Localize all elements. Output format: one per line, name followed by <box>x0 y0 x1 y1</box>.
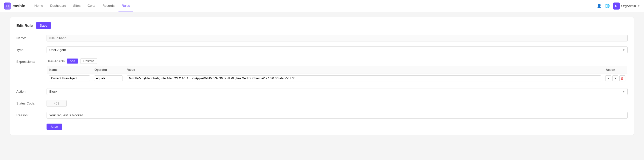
expr-value-input[interactable] <box>127 75 601 81</box>
nav-links: Home Dashboard Sites Certs Records Rules <box>31 0 597 12</box>
col-header-name: Name <box>47 66 92 74</box>
status-code-label: Status Code: <box>16 100 47 105</box>
action-row: Action: Block Allow ▼ <box>16 88 628 95</box>
expr-operator-select[interactable]: equals contains starts with <box>94 75 123 81</box>
action-label: Action: <box>16 88 47 93</box>
page-title: Edit Rule <box>16 23 33 28</box>
reason-field <box>47 112 628 119</box>
reason-row: Reason: <box>16 112 628 119</box>
type-row: Type: User-Agent IP Header ▼ <box>16 46 628 53</box>
reason-label: Reason: <box>16 112 47 117</box>
navbar-right: 👤 🌐 O OrgAdmin ▼ <box>597 3 640 10</box>
col-header-operator: Operator <box>92 66 125 74</box>
name-row: Name: <box>16 35 628 41</box>
col-header-value: Value <box>125 66 603 74</box>
table-header-row: Name Operator Value Action <box>47 66 628 74</box>
expr-action-cell: ▲ ▼ 🗑 <box>603 74 628 83</box>
expressions-wrap: User-Agents Add Restore Name Operator Va… <box>47 58 628 83</box>
type-select-wrapper: User-Agent IP Header ▼ <box>47 46 628 53</box>
page-content: Edit Rule Save Name: Type: User-Agent IP… <box>0 12 644 160</box>
name-label: Name: <box>16 35 47 40</box>
status-code-field <box>47 100 628 107</box>
save-top-button[interactable]: Save <box>36 22 51 29</box>
nav-certs[interactable]: Certs <box>85 0 98 12</box>
user-name: OrgAdmin <box>621 4 636 8</box>
expr-action-buttons: ▲ ▼ 🗑 <box>605 75 625 81</box>
status-code-input[interactable] <box>47 100 67 107</box>
navbar: C casbin Home Dashboard Sites Certs Reco… <box>0 0 644 12</box>
app-name: casbin <box>13 4 25 8</box>
expr-value-cell <box>125 74 603 83</box>
app-logo[interactable]: C casbin <box>4 3 25 10</box>
card-header: Edit Rule Save <box>16 22 628 29</box>
status-code-row: Status Code: <box>16 100 628 107</box>
people-icon[interactable]: 👤 <box>597 4 602 9</box>
move-down-button[interactable]: ▼ <box>612 75 618 81</box>
expressions-row: Expressions: User-Agents Add Restore Nam… <box>16 58 628 83</box>
table-row: Current User-Agent equals contains start… <box>47 74 628 83</box>
nav-records[interactable]: Records <box>99 0 117 12</box>
expr-operator-cell: equals contains starts with <box>92 74 125 83</box>
expr-name-cell: Current User-Agent <box>47 74 92 83</box>
expressions-label: Expressions: <box>16 58 47 64</box>
expr-sublabel: User-Agents <box>47 59 65 63</box>
action-select[interactable]: Block Allow <box>47 88 628 95</box>
type-field: User-Agent IP Header ▼ <box>47 46 628 53</box>
type-label: Type: <box>16 46 47 52</box>
nav-rules[interactable]: Rules <box>118 0 133 12</box>
reason-input[interactable] <box>47 112 628 119</box>
move-up-button[interactable]: ▲ <box>605 75 611 81</box>
expr-name-select[interactable]: Current User-Agent <box>49 75 90 81</box>
user-menu[interactable]: O OrgAdmin ▼ <box>613 3 640 10</box>
delete-expression-button[interactable]: 🗑 <box>619 75 625 81</box>
action-select-wrapper: Block Allow ▼ <box>47 88 628 95</box>
save-bottom-button[interactable]: Save <box>47 124 62 130</box>
globe-icon[interactable]: 🌐 <box>605 4 610 9</box>
action-field: Block Allow ▼ <box>47 88 628 95</box>
logo-icon: C <box>4 3 11 10</box>
restore-button[interactable]: Restore <box>80 58 97 64</box>
col-header-action: Action <box>603 66 628 74</box>
name-input[interactable] <box>47 35 628 41</box>
nav-sites[interactable]: Sites <box>70 0 84 12</box>
user-avatar: O <box>613 3 620 10</box>
edit-rule-card: Edit Rule Save Name: Type: User-Agent IP… <box>10 17 634 135</box>
expressions-table: Name Operator Value Action Current User-… <box>47 66 628 83</box>
bottom-actions: Save <box>16 124 628 130</box>
expr-header: User-Agents Add Restore <box>47 58 628 64</box>
type-select[interactable]: User-Agent IP Header <box>47 46 628 53</box>
add-expression-button[interactable]: Add <box>67 59 78 64</box>
nav-dashboard[interactable]: Dashboard <box>47 0 69 12</box>
name-field <box>47 35 628 41</box>
user-chevron-icon: ▼ <box>637 5 640 7</box>
operator-select-wrapper: equals contains starts with <box>94 75 123 81</box>
nav-home[interactable]: Home <box>31 0 46 12</box>
